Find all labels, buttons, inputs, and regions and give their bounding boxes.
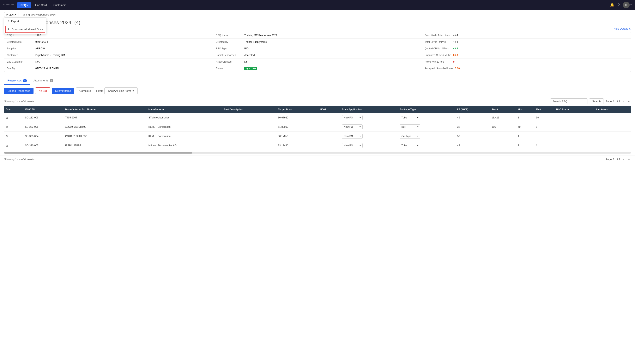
cell-min-2: 1 bbox=[516, 132, 534, 141]
cell-price-app-0: New PO ▾ bbox=[340, 113, 398, 122]
cell-lt-2: 52 bbox=[456, 132, 490, 141]
price-app-dropdown-2[interactable]: New PO ▾ bbox=[342, 134, 363, 139]
col-mpn: Manufacturer Part Number bbox=[64, 106, 147, 113]
price-app-dropdown-1[interactable]: New PO ▾ bbox=[342, 124, 363, 130]
table-row: ⧉ SD-222-006 ALC10F391DH500 KEMET Corpor… bbox=[4, 122, 631, 132]
no-bid-button[interactable]: No Bid bbox=[35, 88, 50, 94]
cell-plc-1 bbox=[554, 122, 594, 132]
copy-icon-0[interactable]: ⧉ bbox=[6, 116, 8, 119]
detail-submitted-lines: Submitted / Total Lines 4 / 4 bbox=[422, 32, 631, 39]
first-page-button[interactable]: « bbox=[621, 100, 625, 104]
col-stock: Stock bbox=[490, 106, 516, 113]
cell-stock-0: 13,422 bbox=[490, 113, 516, 122]
export-item[interactable]: ↗ Export bbox=[4, 18, 46, 25]
cell-mpn-0: T435-600T bbox=[64, 113, 147, 122]
page-label-bottom: Page bbox=[605, 158, 612, 161]
nav-customers[interactable]: Customers bbox=[50, 2, 70, 8]
project-dropdown[interactable]: Project ▾ bbox=[4, 12, 19, 17]
copy-icon-1[interactable]: ⧉ bbox=[6, 125, 8, 128]
col-part-desc: Part Description bbox=[222, 106, 276, 113]
cell-lt-1: 32 bbox=[456, 122, 490, 132]
status-badge: QUOTED bbox=[244, 67, 257, 70]
detail-quoted-cpns: Quoted CPNs / MPNs 4 / 4 bbox=[422, 45, 631, 52]
upload-responses-button[interactable]: Upload Responses bbox=[4, 88, 34, 94]
download-docs-item[interactable]: ⬇ Download all shared Docs bbox=[5, 26, 45, 33]
download-docs-label: Download all shared Docs bbox=[12, 28, 43, 31]
cell-stock-3 bbox=[490, 141, 516, 150]
showing-results-bottom: Showing 1 - 4 of 4 results bbox=[4, 158, 35, 161]
cell-ipn-1: SD-222-006 bbox=[23, 122, 64, 132]
cell-manufacturer-1: KEMET Corporation bbox=[147, 122, 222, 132]
pagination-bottom: Page 1 of 1 « » bbox=[605, 157, 631, 161]
user-menu[interactable]: ⊞ ▾ bbox=[623, 2, 632, 8]
notification-icon[interactable]: 🔔 bbox=[610, 3, 614, 7]
rfq-table: Doc IPN/CPN Manufacturer Part Number Man… bbox=[4, 106, 631, 150]
package-type-chevron-icon-0: ▾ bbox=[417, 116, 418, 119]
last-page-button-bottom[interactable]: » bbox=[627, 157, 631, 161]
copy-icon-2[interactable]: ⧉ bbox=[6, 134, 8, 138]
tab-attachments-label: Attachments bbox=[34, 79, 49, 82]
price-app-chevron-icon-1: ▾ bbox=[359, 126, 361, 128]
cell-ipn-2: SD-333-004 bbox=[23, 132, 64, 141]
search-button[interactable]: Search bbox=[589, 98, 604, 104]
search-area: Search Page 1 of 1 « » bbox=[550, 98, 631, 104]
scroll-track[interactable] bbox=[4, 152, 631, 154]
scroll-thumb[interactable] bbox=[4, 152, 192, 154]
col-doc: Doc bbox=[4, 106, 23, 113]
price-app-chevron-icon-0: ▾ bbox=[359, 116, 361, 119]
cell-mpn-2: C1812C102KHRACTU bbox=[64, 132, 147, 141]
dropdown-arrow-icon: ▾ bbox=[630, 4, 632, 6]
cell-lt-0: 45 bbox=[456, 113, 490, 122]
complete-button[interactable]: Complete bbox=[76, 88, 95, 94]
grid-icon[interactable] bbox=[3, 4, 14, 5]
nav-linecard[interactable]: Line Card bbox=[32, 2, 50, 8]
package-type-dropdown-1[interactable]: Bulk ▾ bbox=[400, 124, 420, 130]
detail-rfq-type: RFQ Type BID bbox=[213, 45, 422, 52]
nav-rfqs[interactable]: RFQs bbox=[17, 2, 31, 8]
detail-rfq-name: RFQ Name Training MR Responses 2024 bbox=[213, 32, 422, 39]
price-app-chevron-icon-3: ▾ bbox=[359, 144, 361, 147]
table-row: ⧉ SD-333-005 IRFP4127PBF Infineon Techno… bbox=[4, 141, 631, 150]
help-icon[interactable]: ? bbox=[618, 3, 620, 7]
search-input[interactable] bbox=[550, 98, 587, 104]
package-type-dropdown-0[interactable]: Tube ▾ bbox=[400, 115, 420, 120]
cell-manufacturer-2: KEMET Corporation bbox=[147, 132, 222, 141]
responses-badge: 4 bbox=[23, 79, 27, 82]
cell-target-price-3: $3.13440 bbox=[276, 141, 318, 150]
package-type-dropdown-2[interactable]: Cut Tape ▾ bbox=[400, 134, 420, 139]
table-row: ⧉ SD-333-004 C1812C102KHRACTU KEMET Corp… bbox=[4, 132, 631, 141]
hide-details-section: Hide Details ∧ bbox=[0, 26, 635, 32]
cell-mpn-3: IRFP4127PBF bbox=[64, 141, 147, 150]
cell-target-price-1: $1.80000 bbox=[276, 122, 318, 132]
cell-mult-3: 1 bbox=[534, 141, 554, 150]
cell-plc-3 bbox=[554, 141, 594, 150]
cell-mpn-1: ALC10F391DH500 bbox=[64, 122, 147, 132]
tab-attachments[interactable]: Attachments 1 bbox=[30, 77, 57, 85]
last-page-button[interactable]: » bbox=[627, 100, 631, 104]
price-app-value-2: New PO bbox=[344, 135, 353, 138]
col-plc: PLC Status bbox=[554, 106, 594, 113]
results-bar-top: Showing 1 - 4 of 4 results Search Page 1… bbox=[0, 97, 635, 106]
cell-manufacturer-3: Infineon Technologies AG bbox=[147, 141, 222, 150]
package-type-chevron-icon-3: ▾ bbox=[417, 144, 418, 147]
copy-icon-3[interactable]: ⧉ bbox=[6, 144, 8, 147]
cell-ipn-3: SD-333-005 bbox=[23, 141, 64, 150]
table-header-row: Doc IPN/CPN Manufacturer Part Number Man… bbox=[4, 106, 631, 113]
cell-min-0: 1 bbox=[516, 113, 534, 122]
cell-uom-0 bbox=[318, 113, 340, 122]
price-app-dropdown-0[interactable]: New PO ▾ bbox=[342, 115, 363, 120]
tab-responses[interactable]: Responses 4 bbox=[4, 77, 30, 85]
submit-items-button[interactable]: Submit Items bbox=[52, 88, 74, 94]
filter-dropdown[interactable]: Show All Line Items ▾ bbox=[105, 88, 138, 94]
cell-incoterms-3 bbox=[594, 141, 631, 150]
hide-details-link[interactable]: Hide Details ∧ bbox=[613, 27, 631, 30]
col-min: Min bbox=[516, 106, 534, 113]
detail-created-date: Created Date 06/14/2024 bbox=[4, 39, 213, 45]
first-page-button-bottom[interactable]: « bbox=[621, 157, 625, 161]
package-type-value-3: Tube bbox=[401, 144, 407, 147]
cell-package-type-2: Cut Tape ▾ bbox=[398, 132, 456, 141]
main-content: Project ▾ ↗ Export ⬇ Download all shared… bbox=[0, 10, 635, 364]
package-type-dropdown-3[interactable]: Tube ▾ bbox=[400, 143, 420, 148]
package-type-value-2: Cut Tape bbox=[401, 135, 411, 138]
price-app-dropdown-3[interactable]: New PO ▾ bbox=[342, 143, 363, 148]
